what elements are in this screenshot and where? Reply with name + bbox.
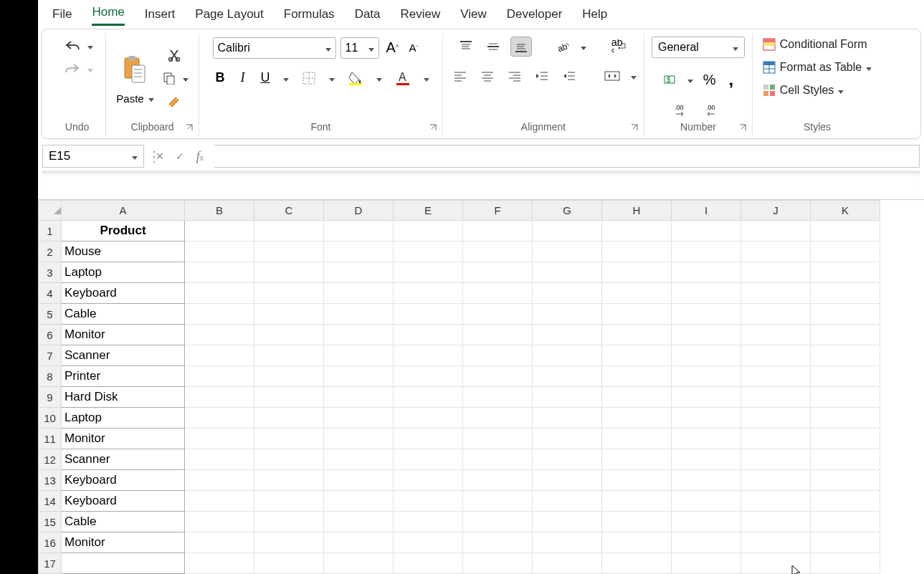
cancel-formula-button[interactable]: ✕ — [150, 145, 170, 168]
cell-I1[interactable] — [672, 221, 741, 241]
cell-I14[interactable] — [672, 491, 741, 512]
cell-E7[interactable] — [394, 345, 463, 366]
fill-color-dropdown[interactable] — [376, 72, 382, 84]
column-header-G[interactable]: G — [533, 201, 602, 221]
cell-D12[interactable] — [324, 449, 394, 470]
row-header-6[interactable]: 6 — [39, 325, 62, 345]
format-as-table-button[interactable]: Format as Table — [763, 59, 872, 75]
cell-B17[interactable] — [185, 553, 254, 574]
cell-C7[interactable] — [254, 345, 324, 366]
cell-D3[interactable] — [324, 262, 394, 283]
cell-G7[interactable] — [533, 345, 602, 366]
percent-button[interactable]: % — [700, 69, 719, 91]
number-dialog-launcher[interactable] — [739, 124, 749, 134]
tab-review[interactable]: Review — [401, 7, 441, 26]
tab-developer[interactable]: Developer — [507, 7, 563, 26]
column-header-F[interactable]: F — [463, 201, 533, 221]
merge-center-button[interactable] — [601, 67, 624, 85]
cell-J16[interactable] — [741, 532, 811, 553]
row-header-4[interactable]: 4 — [39, 283, 62, 304]
font-size-select[interactable]: 11 — [340, 37, 379, 59]
cell-D17[interactable] — [324, 553, 394, 574]
cell-E5[interactable] — [394, 304, 463, 325]
cell-J3[interactable] — [741, 262, 811, 283]
cell-F6[interactable] — [463, 325, 533, 345]
tab-file[interactable]: File — [52, 7, 72, 26]
cell-B9[interactable] — [185, 387, 254, 408]
cell-B6[interactable] — [185, 325, 254, 345]
underline-dropdown[interactable] — [283, 72, 289, 84]
cell-I11[interactable] — [672, 429, 741, 449]
cell-E16[interactable] — [394, 532, 463, 553]
comma-button[interactable]: , — [726, 67, 737, 92]
alignment-dialog-launcher[interactable] — [631, 124, 641, 134]
column-header-I[interactable]: I — [672, 201, 741, 221]
cell-J2[interactable] — [741, 241, 811, 262]
cell-G17[interactable] — [533, 553, 602, 574]
align-top-button[interactable] — [456, 37, 476, 56]
cell-A17[interactable] — [62, 553, 185, 574]
cell-C8[interactable] — [254, 366, 324, 387]
cell-J15[interactable] — [741, 512, 811, 532]
cell-C2[interactable] — [254, 241, 324, 262]
cell-A3[interactable]: Laptop — [62, 262, 185, 283]
orientation-button[interactable]: ab — [553, 37, 573, 56]
cell-K6[interactable] — [811, 325, 880, 345]
cell-B2[interactable] — [185, 241, 254, 262]
cell-B13[interactable] — [185, 470, 254, 491]
cell-D16[interactable] — [324, 532, 394, 553]
cell-F1[interactable] — [463, 221, 533, 241]
cell-K7[interactable] — [811, 345, 880, 366]
number-format-select[interactable]: General — [652, 37, 745, 58]
cell-H15[interactable] — [602, 512, 672, 532]
row-header-5[interactable]: 5 — [39, 304, 62, 325]
cell-G8[interactable] — [533, 366, 602, 387]
copy-button[interactable] — [160, 69, 178, 87]
tab-view[interactable]: View — [460, 7, 487, 26]
cell-K2[interactable] — [811, 241, 880, 262]
tab-home[interactable]: Home — [92, 5, 124, 26]
cell-E8[interactable] — [394, 366, 463, 387]
column-header-J[interactable]: J — [741, 201, 811, 221]
borders-button[interactable] — [299, 68, 319, 88]
cell-G13[interactable] — [533, 470, 602, 491]
column-header-D[interactable]: D — [324, 201, 394, 221]
cell-C10[interactable] — [254, 408, 324, 429]
column-header-B[interactable]: B — [185, 201, 254, 221]
cell-K8[interactable] — [811, 366, 880, 387]
column-header-C[interactable]: C — [254, 201, 324, 221]
cell-A8[interactable]: Printer — [62, 366, 185, 387]
increase-decimal-button[interactable]: .00 — [672, 101, 693, 120]
undo-dropdown[interactable] — [87, 40, 93, 52]
cell-E2[interactable] — [394, 241, 463, 262]
row-header-15[interactable]: 15 — [39, 512, 62, 532]
cell-A2[interactable]: Mouse — [62, 241, 185, 262]
cell-D14[interactable] — [324, 491, 394, 512]
cell-H16[interactable] — [602, 532, 672, 553]
cell-I15[interactable] — [672, 512, 741, 532]
cell-D2[interactable] — [324, 241, 394, 262]
tab-data[interactable]: Data — [355, 7, 381, 26]
cell-C4[interactable] — [254, 283, 324, 304]
cell-A13[interactable]: Keyboard — [62, 470, 185, 491]
cell-G10[interactable] — [533, 408, 602, 429]
cell-F7[interactable] — [463, 345, 533, 366]
cell-F17[interactable] — [463, 553, 533, 574]
wrap-text-button[interactable]: abc — [608, 37, 631, 57]
cell-G5[interactable] — [533, 304, 602, 325]
font-color-dropdown[interactable] — [424, 72, 429, 84]
increase-indent-button[interactable] — [559, 67, 579, 85]
cell-J7[interactable] — [741, 345, 811, 366]
cell-E9[interactable] — [394, 387, 463, 408]
cell-E11[interactable] — [394, 429, 463, 449]
cell-K1[interactable] — [811, 221, 880, 241]
cell-J9[interactable] — [741, 387, 811, 408]
cell-B15[interactable] — [185, 512, 254, 532]
cell-F12[interactable] — [463, 449, 533, 470]
conditional-formatting-button[interactable]: Conditional Form — [763, 37, 867, 52]
cell-C14[interactable] — [254, 491, 324, 512]
cell-F11[interactable] — [463, 429, 533, 449]
cell-K13[interactable] — [811, 470, 880, 491]
cell-D9[interactable] — [324, 387, 394, 408]
cell-F13[interactable] — [463, 470, 533, 491]
